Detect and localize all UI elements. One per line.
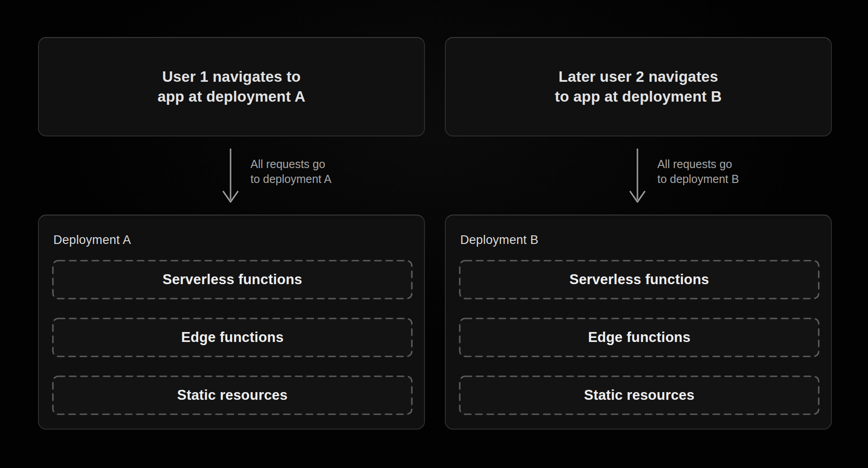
deployment-a-box: Deployment A Serverless functions Edge f…: [38, 215, 425, 430]
item-static-resources: Static resources: [52, 375, 413, 415]
item-label: Edge functions: [588, 329, 691, 346]
deployment-b-box: Deployment B Serverless functions Edge f…: [445, 215, 832, 430]
arrow-label: All requests go to deployment B: [657, 157, 739, 187]
down-arrow-icon: [221, 148, 241, 205]
deployment-box-title: Deployment B: [460, 233, 538, 247]
user-navigate-box-b: Later user 2 navigates to app at deploym…: [445, 37, 832, 136]
item-label: Serverless functions: [570, 271, 709, 288]
user-navigate-label: User 1 navigates to app at deployment A: [157, 67, 305, 107]
deployment-b-flow: Later user 2 navigates to app at deploym…: [445, 0, 832, 468]
down-arrow-icon: [627, 148, 647, 205]
deployment-a-flow: User 1 navigates to app at deployment A …: [38, 0, 425, 468]
item-label: Edge functions: [181, 329, 284, 346]
item-label: Serverless functions: [163, 271, 302, 288]
user-navigate-label: Later user 2 navigates to app at deploym…: [555, 67, 722, 107]
user-navigate-box-a: User 1 navigates to app at deployment A: [38, 37, 425, 136]
item-label: Static resources: [584, 387, 694, 403]
arrow-label: All requests go to deployment A: [250, 157, 331, 187]
deployment-routing-diagram: User 1 navigates to app at deployment A …: [0, 0, 868, 468]
item-serverless-functions: Serverless functions: [52, 260, 413, 300]
deployment-box-title: Deployment A: [53, 233, 131, 247]
item-edge-functions: Edge functions: [459, 318, 820, 357]
item-serverless-functions: Serverless functions: [459, 260, 820, 300]
item-label: Static resources: [177, 387, 288, 403]
item-static-resources: Static resources: [459, 375, 820, 415]
item-edge-functions: Edge functions: [52, 318, 413, 357]
